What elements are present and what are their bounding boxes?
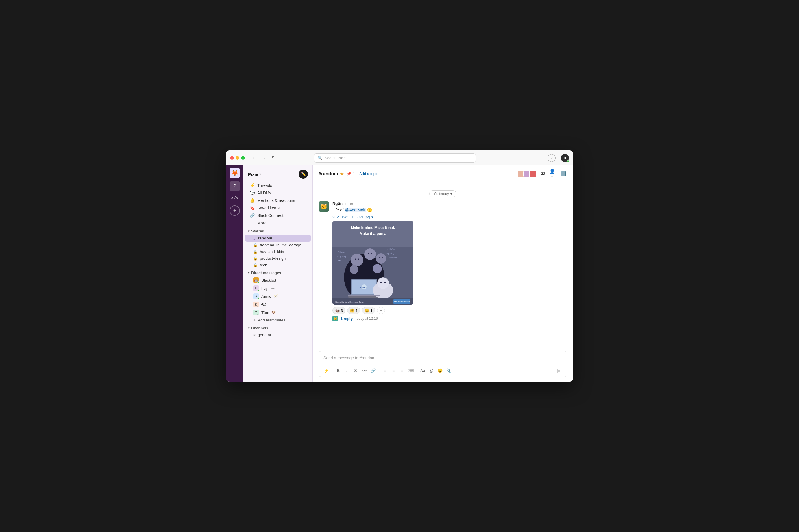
workspace-icon[interactable]: 🦊	[230, 168, 240, 178]
minimize-button[interactable]	[236, 156, 239, 160]
add-topic[interactable]: Add a topic	[359, 172, 378, 176]
mention-button[interactable]: @	[427, 366, 435, 375]
ol-icon: ≡	[384, 368, 386, 373]
message-header: Ngân 12:40	[332, 201, 567, 206]
reactions: 🦦 3 🤗 1 😊 1	[332, 307, 567, 314]
attach-icon: 📎	[446, 368, 451, 373]
chat-header-actions: 32 👤+ ℹ️	[517, 170, 567, 178]
dm-tam[interactable]: T Tâm 🐶	[245, 308, 311, 317]
dm-annie[interactable]: A Annie 🪄	[245, 292, 311, 300]
file-name[interactable]: 20210521_123921.jpg ▾	[332, 215, 567, 219]
edit-button[interactable]: ✏️	[298, 170, 308, 179]
icon-bar: 🦊 P </> +	[226, 166, 243, 381]
dan-avatar: Đ	[253, 302, 259, 307]
svg-point-18	[379, 257, 380, 259]
message-row: 🐱 Ngân 12:40 Life of @Ada Moir 🫣 20210	[319, 201, 567, 322]
more-label: More	[257, 221, 267, 225]
text-format-button[interactable]: Aa	[419, 366, 427, 375]
edit-icon: ✏️	[301, 172, 306, 176]
reaction-hug[interactable]: 🤗 1	[347, 307, 360, 314]
dm-slackbot[interactable]: 🤖 Slackbot	[245, 276, 311, 284]
reaction-emoji-3: 😊	[364, 308, 369, 313]
italic-button[interactable]: I	[343, 366, 351, 375]
reply-count[interactable]: 1 reply	[341, 317, 353, 321]
close-button[interactable]	[230, 156, 234, 160]
channels-chevron-icon: ▾	[248, 326, 250, 329]
send-button[interactable]: ▶	[555, 366, 563, 375]
info-button[interactable]: ℹ️	[559, 170, 567, 178]
reply-thread[interactable]: 🐱 1 reply Today at 12:16	[332, 316, 567, 321]
code-button[interactable]: </>	[360, 366, 368, 375]
lightning-icon: ⚡	[324, 368, 329, 373]
attach-button[interactable]: 📎	[444, 366, 453, 375]
sidebar-item-threads[interactable]: ⚡ Threads	[245, 182, 311, 189]
svg-text:ADA ...: ADA ...	[360, 286, 367, 288]
back-button[interactable]: ←	[250, 154, 258, 162]
pin-icon: 📌	[347, 172, 351, 176]
date-pill[interactable]: Yesterday ▾	[429, 190, 456, 197]
maximize-button[interactable]	[241, 156, 245, 160]
workspace-name[interactable]: Pixie ▾	[248, 172, 261, 177]
annie-avatar: A	[253, 293, 259, 299]
dropdown-icon: ▾	[371, 215, 374, 219]
unordered-list-button[interactable]: ≡	[389, 366, 398, 375]
bold-button[interactable]: B	[334, 366, 342, 375]
channel-item-huy-kids[interactable]: 🔒 huy_and_kids	[245, 248, 311, 255]
strikethrough-button[interactable]: S	[351, 366, 360, 375]
sidebar-item-slack-connect[interactable]: 🔗 Slack Connect	[245, 212, 311, 219]
app-window: ← → ⏱ 🔍 Search Pixie ? H 🦊 P </>	[226, 151, 573, 381]
channel-meta: 📌 1 | Add a topic	[347, 172, 378, 176]
member-avatars[interactable]	[517, 170, 537, 178]
mention[interactable]: @Ada Moir	[345, 208, 366, 212]
svg-text:v€ thêm: v€ thêm	[387, 248, 395, 250]
connect-label: Slack Connect	[257, 213, 283, 218]
code-icon[interactable]: </>	[230, 193, 240, 203]
dm-huy[interactable]: H huy you	[245, 284, 311, 292]
reaction-smile[interactable]: 😊 1	[362, 307, 375, 314]
add-workspace-button[interactable]: +	[230, 205, 240, 216]
indent-button[interactable]: ≡	[398, 366, 406, 375]
link-button[interactable]: 🔗	[369, 366, 377, 375]
user-avatar[interactable]: H	[561, 154, 569, 162]
channel-item-random[interactable]: # random	[245, 234, 311, 242]
sidebar-item-saved[interactable]: 🔖 Saved items	[245, 204, 311, 212]
add-member-button[interactable]: 👤+	[548, 170, 556, 178]
avatar-emoji: 🐱	[320, 203, 328, 210]
member-count[interactable]: 32	[541, 172, 545, 176]
message-input[interactable]: Send a message to #random	[319, 352, 567, 364]
search-bar[interactable]: 🔍 Search Pixie	[314, 153, 476, 163]
forward-button[interactable]: →	[259, 154, 267, 162]
message-time: 12:40	[345, 202, 353, 206]
image-preview[interactable]: Make it blue. Make it red. Make it a pon…	[332, 221, 413, 305]
channel-item-general[interactable]: # general	[245, 331, 311, 338]
chat-messages[interactable]: Yesterday ▾ 🐱 Ngân 12:40 Life o	[313, 182, 573, 351]
starred-section-header[interactable]: ▾ Starred	[243, 227, 312, 234]
format-button[interactable]: ⌨	[407, 366, 415, 375]
add-reaction-icon: +	[380, 308, 382, 313]
message-text: Life of @Ada Moir 🫣	[332, 207, 567, 213]
status-dot	[567, 160, 569, 162]
add-teammates-button[interactable]: + Add teammates	[245, 317, 311, 323]
history-button[interactable]: ⏱	[269, 154, 277, 162]
reaction-emoji-2: 🤗	[350, 308, 355, 313]
sidebar-item-mentions[interactable]: 🔔 Mentions & reactions	[245, 197, 311, 204]
dm-section-header[interactable]: ▾ Direct messages	[243, 268, 312, 276]
channel-item-tech[interactable]: 🔒 tech	[245, 262, 311, 268]
sidebar-item-all-dms[interactable]: 💬 All DMs	[245, 189, 311, 197]
channel-item-frontend[interactable]: 🔒 frontend_in_the_garage	[245, 242, 311, 248]
emoji-button[interactable]: 😊	[436, 366, 444, 375]
lightning-button[interactable]: ⚡	[322, 366, 330, 375]
sidebar-item-more[interactable]: ⋯ More	[245, 219, 311, 227]
channel-item-product-design[interactable]: 🔒 product-design	[245, 255, 311, 262]
svg-point-14	[355, 259, 357, 260]
add-reaction-button[interactable]: +	[377, 307, 385, 314]
channels-section-header[interactable]: ▾ Channels	[243, 323, 312, 331]
home-icon[interactable]: P	[230, 181, 240, 191]
reaction-count-1: 3	[341, 308, 343, 313]
dm-dan[interactable]: Đ Đăn	[245, 300, 311, 308]
you-badge: you	[271, 286, 276, 290]
help-button[interactable]: ?	[547, 154, 556, 162]
ordered-list-button[interactable]: ≡	[381, 366, 389, 375]
reaction-otter[interactable]: 🦦 3	[332, 307, 345, 314]
star-icon[interactable]: ★	[340, 172, 344, 176]
